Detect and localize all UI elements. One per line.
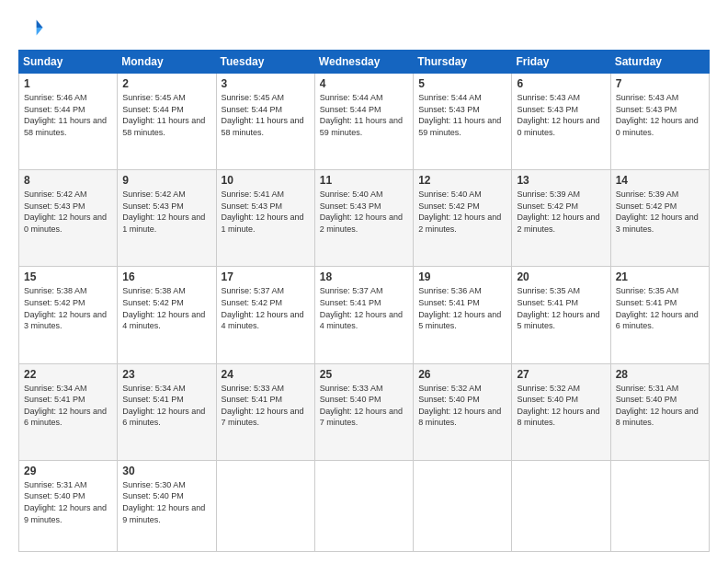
day-number: 21 xyxy=(616,270,704,283)
svg-marker-0 xyxy=(37,20,43,28)
cell-info: Sunrise: 5:36 AM Sunset: 5:41 PM Dayligh… xyxy=(418,285,506,331)
cell-info: Sunrise: 5:37 AM Sunset: 5:42 PM Dayligh… xyxy=(222,285,310,331)
day-number: 13 xyxy=(517,174,605,187)
calendar-cell: 15 Sunrise: 5:38 AM Sunset: 5:42 PM Dayl… xyxy=(19,267,118,363)
calendar-cell: 16 Sunrise: 5:38 AM Sunset: 5:42 PM Dayl… xyxy=(118,267,216,363)
day-number: 9 xyxy=(122,174,210,187)
calendar-cell xyxy=(610,460,709,551)
cell-info: Sunrise: 5:39 AM Sunset: 5:42 PM Dayligh… xyxy=(616,189,704,235)
cell-info: Sunrise: 5:41 AM Sunset: 5:43 PM Dayligh… xyxy=(222,189,310,235)
cell-info: Sunrise: 5:38 AM Sunset: 5:42 PM Dayligh… xyxy=(24,285,112,331)
day-number: 24 xyxy=(222,368,310,381)
cell-info: Sunrise: 5:31 AM Sunset: 5:40 PM Dayligh… xyxy=(616,383,704,429)
day-number: 7 xyxy=(616,77,704,90)
cell-info: Sunrise: 5:30 AM Sunset: 5:40 PM Dayligh… xyxy=(122,479,210,525)
cell-info: Sunrise: 5:45 AM Sunset: 5:44 PM Dayligh… xyxy=(122,92,210,138)
calendar-cell: 17 Sunrise: 5:37 AM Sunset: 5:42 PM Dayl… xyxy=(216,267,314,363)
day-number: 6 xyxy=(517,77,605,90)
calendar-cell: 1 Sunrise: 5:46 AM Sunset: 5:44 PM Dayli… xyxy=(19,74,118,170)
calendar-cell: 2 Sunrise: 5:45 AM Sunset: 5:44 PM Dayli… xyxy=(118,74,216,170)
cell-info: Sunrise: 5:39 AM Sunset: 5:42 PM Dayligh… xyxy=(517,189,605,235)
cell-info: Sunrise: 5:43 AM Sunset: 5:43 PM Dayligh… xyxy=(616,92,704,138)
day-number: 14 xyxy=(616,174,704,187)
calendar-cell: 10 Sunrise: 5:41 AM Sunset: 5:43 PM Dayl… xyxy=(216,170,314,267)
col-header-thursday: Thursday xyxy=(414,51,512,74)
day-number: 23 xyxy=(122,368,210,381)
calendar-cell xyxy=(512,460,610,551)
day-number: 22 xyxy=(24,368,112,381)
cell-info: Sunrise: 5:37 AM Sunset: 5:41 PM Dayligh… xyxy=(320,285,408,331)
week-row-1: 1 Sunrise: 5:46 AM Sunset: 5:44 PM Dayli… xyxy=(19,74,710,170)
calendar-cell: 7 Sunrise: 5:43 AM Sunset: 5:43 PM Dayli… xyxy=(610,74,709,170)
col-header-saturday: Saturday xyxy=(610,51,709,74)
calendar-cell: 3 Sunrise: 5:45 AM Sunset: 5:44 PM Dayli… xyxy=(216,74,314,170)
calendar-cell: 4 Sunrise: 5:44 AM Sunset: 5:44 PM Dayli… xyxy=(314,74,413,170)
day-number: 10 xyxy=(222,174,310,187)
calendar-cell: 26 Sunrise: 5:32 AM Sunset: 5:40 PM Dayl… xyxy=(414,363,512,460)
calendar-cell: 22 Sunrise: 5:34 AM Sunset: 5:41 PM Dayl… xyxy=(19,363,118,460)
day-number: 25 xyxy=(320,368,408,381)
day-number: 29 xyxy=(24,465,112,477)
cell-info: Sunrise: 5:40 AM Sunset: 5:42 PM Dayligh… xyxy=(418,189,506,235)
week-row-2: 8 Sunrise: 5:42 AM Sunset: 5:43 PM Dayli… xyxy=(19,170,710,267)
cell-info: Sunrise: 5:33 AM Sunset: 5:40 PM Dayligh… xyxy=(320,383,408,429)
cell-info: Sunrise: 5:35 AM Sunset: 5:41 PM Dayligh… xyxy=(517,285,605,331)
col-header-sunday: Sunday xyxy=(19,51,118,74)
cell-info: Sunrise: 5:32 AM Sunset: 5:40 PM Dayligh… xyxy=(418,383,506,429)
calendar-cell xyxy=(216,460,314,551)
cell-info: Sunrise: 5:42 AM Sunset: 5:43 PM Dayligh… xyxy=(122,189,210,235)
week-row-5: 29 Sunrise: 5:31 AM Sunset: 5:40 PM Dayl… xyxy=(19,460,710,551)
day-number: 28 xyxy=(616,368,704,381)
cell-info: Sunrise: 5:34 AM Sunset: 5:41 PM Dayligh… xyxy=(24,383,112,429)
calendar-cell: 24 Sunrise: 5:33 AM Sunset: 5:41 PM Dayl… xyxy=(216,363,314,460)
cell-info: Sunrise: 5:34 AM Sunset: 5:41 PM Dayligh… xyxy=(122,383,210,429)
cell-info: Sunrise: 5:35 AM Sunset: 5:41 PM Dayligh… xyxy=(616,285,704,331)
cell-info: Sunrise: 5:45 AM Sunset: 5:44 PM Dayligh… xyxy=(222,92,310,138)
col-header-monday: Monday xyxy=(118,51,216,74)
calendar-cell: 28 Sunrise: 5:31 AM Sunset: 5:40 PM Dayl… xyxy=(610,363,709,460)
calendar-cell: 13 Sunrise: 5:39 AM Sunset: 5:42 PM Dayl… xyxy=(512,170,610,267)
calendar-cell: 6 Sunrise: 5:43 AM Sunset: 5:43 PM Dayli… xyxy=(512,74,610,170)
calendar-cell: 18 Sunrise: 5:37 AM Sunset: 5:41 PM Dayl… xyxy=(314,267,413,363)
cell-info: Sunrise: 5:42 AM Sunset: 5:43 PM Dayligh… xyxy=(24,189,112,235)
calendar-cell: 20 Sunrise: 5:35 AM Sunset: 5:41 PM Dayl… xyxy=(512,267,610,363)
week-row-3: 15 Sunrise: 5:38 AM Sunset: 5:42 PM Dayl… xyxy=(19,267,710,363)
cell-info: Sunrise: 5:44 AM Sunset: 5:44 PM Dayligh… xyxy=(320,92,408,138)
logo xyxy=(18,15,48,40)
calendar-cell: 9 Sunrise: 5:42 AM Sunset: 5:43 PM Dayli… xyxy=(118,170,216,267)
day-number: 11 xyxy=(320,174,408,187)
col-header-tuesday: Tuesday xyxy=(216,51,314,74)
day-number: 8 xyxy=(24,174,112,187)
calendar-table: SundayMondayTuesdayWednesdayThursdayFrid… xyxy=(18,50,710,552)
day-number: 1 xyxy=(24,77,112,90)
calendar-cell: 5 Sunrise: 5:44 AM Sunset: 5:43 PM Dayli… xyxy=(414,74,512,170)
calendar-cell: 19 Sunrise: 5:36 AM Sunset: 5:41 PM Dayl… xyxy=(414,267,512,363)
day-number: 19 xyxy=(418,270,506,283)
day-number: 4 xyxy=(320,77,408,90)
day-number: 16 xyxy=(122,270,210,283)
calendar-cell: 11 Sunrise: 5:40 AM Sunset: 5:43 PM Dayl… xyxy=(314,170,413,267)
day-number: 30 xyxy=(122,465,210,477)
cell-info: Sunrise: 5:46 AM Sunset: 5:44 PM Dayligh… xyxy=(24,92,112,138)
day-number: 26 xyxy=(418,368,506,381)
week-row-4: 22 Sunrise: 5:34 AM Sunset: 5:41 PM Dayl… xyxy=(19,363,710,460)
cell-info: Sunrise: 5:31 AM Sunset: 5:40 PM Dayligh… xyxy=(24,479,112,525)
day-number: 2 xyxy=(122,77,210,90)
day-number: 3 xyxy=(222,77,310,90)
day-number: 27 xyxy=(517,368,605,381)
calendar-cell: 14 Sunrise: 5:39 AM Sunset: 5:42 PM Dayl… xyxy=(610,170,709,267)
day-number: 20 xyxy=(517,270,605,283)
calendar-cell: 30 Sunrise: 5:30 AM Sunset: 5:40 PM Dayl… xyxy=(118,460,216,551)
calendar-cell: 27 Sunrise: 5:32 AM Sunset: 5:40 PM Dayl… xyxy=(512,363,610,460)
calendar-cell: 21 Sunrise: 5:35 AM Sunset: 5:41 PM Dayl… xyxy=(610,267,709,363)
calendar-cell: 12 Sunrise: 5:40 AM Sunset: 5:42 PM Dayl… xyxy=(414,170,512,267)
calendar-cell: 8 Sunrise: 5:42 AM Sunset: 5:43 PM Dayli… xyxy=(19,170,118,267)
col-header-friday: Friday xyxy=(512,51,610,74)
day-number: 12 xyxy=(418,174,506,187)
cell-info: Sunrise: 5:40 AM Sunset: 5:43 PM Dayligh… xyxy=(320,189,408,235)
calendar-cell: 29 Sunrise: 5:31 AM Sunset: 5:40 PM Dayl… xyxy=(19,460,118,551)
calendar-cell: 23 Sunrise: 5:34 AM Sunset: 5:41 PM Dayl… xyxy=(118,363,216,460)
cell-info: Sunrise: 5:33 AM Sunset: 5:41 PM Dayligh… xyxy=(222,383,310,429)
page: SundayMondayTuesdayWednesdayThursdayFrid… xyxy=(0,0,728,563)
col-header-wednesday: Wednesday xyxy=(314,51,413,74)
